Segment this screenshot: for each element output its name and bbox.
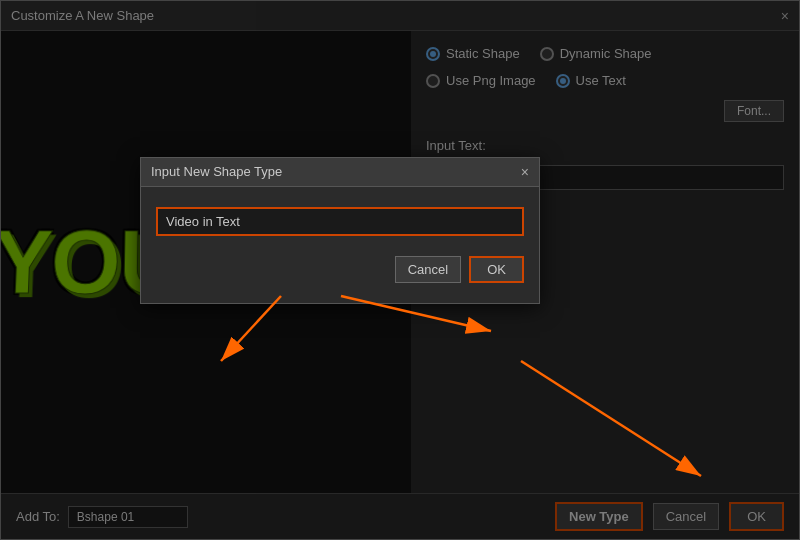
modal-body: Cancel OK xyxy=(141,187,539,303)
modal-input-field[interactable] xyxy=(156,207,524,236)
modal-title: Input New Shape Type xyxy=(151,164,282,179)
modal-cancel-button[interactable]: Cancel xyxy=(395,256,461,283)
svg-line-3 xyxy=(521,361,701,476)
main-window: Customize A New Shape × YOUTUBE 🔍 Static… xyxy=(0,0,800,540)
modal-close-icon[interactable]: × xyxy=(521,164,529,180)
modal-ok-button[interactable]: OK xyxy=(469,256,524,283)
modal-title-bar: Input New Shape Type × xyxy=(141,158,539,187)
svg-line-2 xyxy=(221,296,281,361)
modal-buttons: Cancel OK xyxy=(156,256,524,283)
modal-overlay: Input New Shape Type × Cancel OK xyxy=(1,1,799,539)
modal-dialog: Input New Shape Type × Cancel OK xyxy=(140,157,540,304)
